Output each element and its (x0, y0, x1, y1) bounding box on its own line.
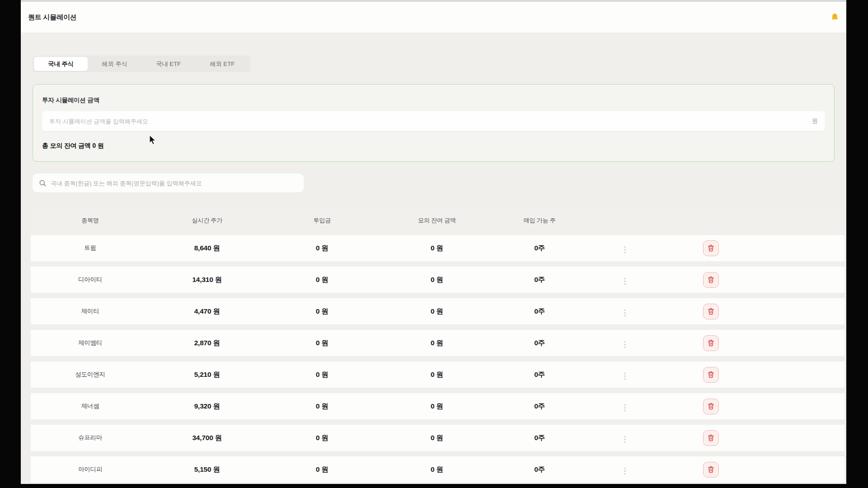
stock-balance: 0 원 (380, 338, 494, 348)
table-body: 트윔 8,640 원 0 원 0 원 0주 디아이티 14,310 원 0 원 (31, 235, 844, 483)
stock-invested: 0 원 (264, 402, 380, 411)
kebab-menu-icon[interactable] (623, 403, 627, 413)
stock-table: 종목명 실시간 주가 투입금 모의 잔여 금액 매입 가능 주 트윔 8,640… (31, 208, 844, 483)
stock-name: 제너셈 (31, 402, 150, 410)
table-row: 디아이티 14,310 원 0 원 0 원 0주 (31, 267, 844, 293)
trash-icon (708, 403, 714, 410)
table-row: 제너셈 9,320 원 0 원 0 원 0주 (31, 393, 844, 419)
stock-shares: 0주 (494, 275, 585, 285)
stock-name: 성도이엔지 (31, 371, 150, 379)
stock-balance: 0 원 (380, 433, 494, 443)
stock-price: 4,470 원 (150, 307, 264, 316)
stock-invested: 0 원 (264, 338, 380, 348)
kebab-menu-icon[interactable] (623, 276, 627, 286)
col-header-price: 실시간 주가 (150, 216, 264, 225)
stock-search-input[interactable] (51, 180, 297, 187)
search-icon (39, 179, 47, 187)
table-row: 제이엠티 2,870 원 0 원 0 원 0주 (31, 330, 844, 356)
tab-bar: 국내 주식 해외 주식 국내 ETF 해외 ETF (33, 56, 250, 72)
table-row: 트윔 8,640 원 0 원 0 원 0주 (31, 235, 844, 261)
delete-stock-button[interactable] (703, 367, 719, 383)
simulation-amount-box: 투자 시뮬레이션 금액 원 총 모의 잔여 금액 0 원 (33, 84, 835, 162)
stock-shares: 0주 (494, 244, 585, 253)
tab-domestic-stock[interactable]: 국내 주식 (34, 57, 88, 71)
kebab-menu-icon[interactable] (623, 308, 627, 318)
tab-overseas-etf[interactable]: 해외 ETF (195, 57, 249, 71)
bell-icon[interactable] (829, 12, 840, 23)
delete-stock-button[interactable] (703, 399, 719, 414)
simulation-amount-input-wrap: 원 (42, 111, 825, 131)
delete-stock-button[interactable] (703, 272, 719, 288)
stock-balance: 0 원 (380, 244, 494, 253)
trash-icon (708, 308, 714, 315)
stock-balance: 0 원 (380, 307, 494, 316)
stock-invested: 0 원 (264, 244, 380, 253)
stock-price: 5,150 원 (150, 465, 264, 474)
stock-name: 트윔 (31, 244, 150, 252)
stock-price: 8,640 원 (150, 244, 264, 253)
tab-domestic-etf[interactable]: 국내 ETF (142, 57, 195, 71)
main-content: 국내 주식 해외 주식 국내 ETF 해외 ETF 투자 시뮬레이션 금액 원 … (21, 33, 846, 483)
stock-name: 제이엠티 (31, 339, 150, 347)
simulation-amount-input[interactable] (49, 118, 807, 125)
table-row: 제이티 4,470 원 0 원 0 원 0주 (31, 298, 844, 324)
trash-icon (708, 276, 714, 283)
stock-balance: 0 원 (380, 370, 494, 380)
kebab-menu-icon[interactable] (623, 244, 627, 255)
stock-name: 아이디피 (31, 465, 150, 474)
stock-shares: 0주 (494, 465, 585, 474)
stock-shares: 0주 (494, 402, 585, 411)
stock-name: 제이티 (31, 307, 150, 315)
trash-icon (708, 434, 714, 441)
currency-suffix-label: 원 (812, 117, 818, 125)
stock-invested: 0 원 (264, 465, 380, 474)
col-header-shares: 매입 가능 주 (494, 216, 585, 225)
stock-shares: 0주 (494, 370, 585, 380)
table-row: 아이디피 5,150 원 0 원 0 원 0주 (31, 456, 844, 483)
table-row: 슈프리마 34,700 원 0 원 0 원 0주 (31, 425, 844, 451)
trash-icon (708, 339, 714, 347)
stock-price: 34,700 원 (150, 433, 264, 443)
stock-balance: 0 원 (380, 275, 494, 285)
tab-overseas-stock[interactable]: 해외 주식 (88, 57, 142, 71)
table-header-row: 종목명 실시간 주가 투입금 모의 잔여 금액 매입 가능 주 (31, 208, 844, 233)
stock-invested: 0 원 (264, 307, 380, 316)
stock-invested: 0 원 (264, 370, 380, 380)
stock-search-bar (33, 174, 304, 192)
simulation-amount-label: 투자 시뮬레이션 금액 (42, 96, 825, 104)
trash-icon (708, 244, 714, 252)
stock-name: 디아이티 (31, 276, 150, 284)
kebab-menu-icon[interactable] (623, 371, 627, 381)
stock-balance: 0 원 (380, 465, 494, 474)
trash-icon (708, 371, 714, 378)
kebab-menu-icon[interactable] (623, 339, 627, 350)
delete-stock-button[interactable] (703, 462, 719, 478)
delete-stock-button[interactable] (703, 430, 719, 446)
stock-price: 9,320 원 (150, 402, 264, 411)
stock-price: 14,310 원 (150, 275, 264, 285)
stock-shares: 0주 (494, 433, 585, 443)
stock-shares: 0주 (494, 338, 585, 348)
table-row: 성도이엔지 5,210 원 0 원 0 원 0주 (31, 361, 844, 388)
col-header-name: 종목명 (31, 216, 150, 225)
stock-name: 슈프리마 (31, 434, 150, 442)
kebab-menu-icon[interactable] (623, 466, 627, 476)
col-header-balance: 모의 잔여 금액 (380, 216, 494, 225)
stock-invested: 0 원 (264, 433, 380, 443)
delete-stock-button[interactable] (703, 240, 719, 256)
total-mock-balance-label: 총 모의 잔여 금액 0 원 (42, 142, 825, 150)
app-header: 퀀트 시뮬레이션 (21, 2, 846, 33)
stock-price: 5,210 원 (150, 370, 264, 380)
delete-stock-button[interactable] (703, 335, 719, 351)
trash-icon (708, 466, 714, 473)
stock-invested: 0 원 (264, 275, 380, 285)
col-header-invested: 투입금 (264, 216, 380, 225)
delete-stock-button[interactable] (703, 304, 719, 319)
stock-shares: 0주 (494, 307, 585, 316)
stock-balance: 0 원 (380, 402, 494, 411)
app-window: 퀀트 시뮬레이션 국내 주식 해외 주식 국내 ETF 해외 ETF 투자 시뮬… (21, 0, 846, 484)
page-title: 퀀트 시뮬레이션 (28, 13, 77, 22)
stock-price: 2,870 원 (150, 338, 264, 348)
kebab-menu-icon[interactable] (623, 434, 627, 445)
